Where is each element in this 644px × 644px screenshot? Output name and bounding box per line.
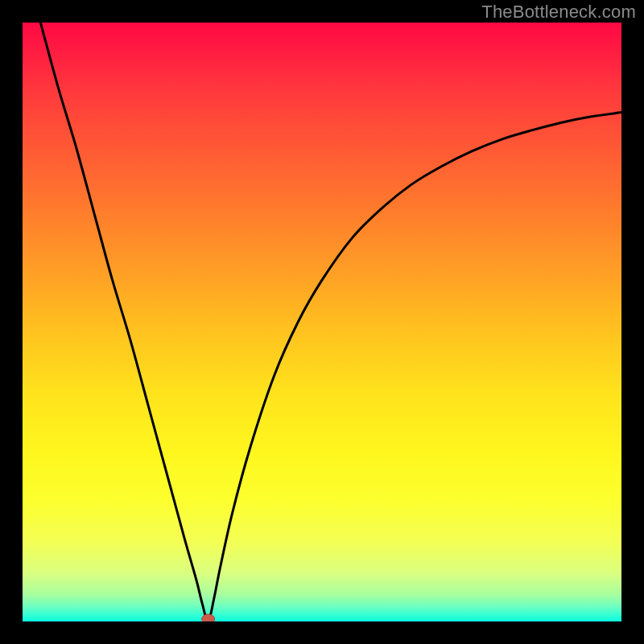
chart-container: TheBottleneck.com: [0, 0, 644, 644]
minimum-marker: [202, 614, 215, 621]
curve-svg: [23, 23, 621, 621]
watermark-text: TheBottleneck.com: [481, 2, 636, 23]
plot-area: [23, 23, 621, 621]
bottleneck-curve: [40, 23, 621, 621]
